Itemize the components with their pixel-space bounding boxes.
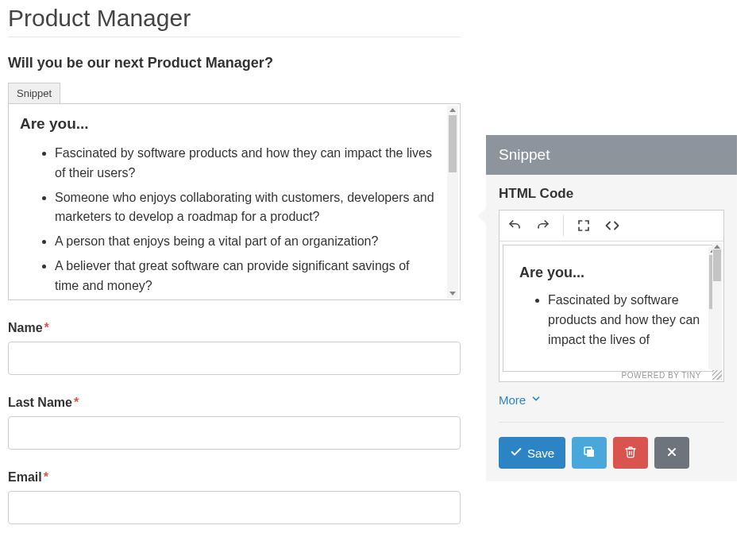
code-icon[interactable] <box>604 217 621 234</box>
more-toggle[interactable]: More <box>499 393 542 407</box>
check-icon <box>510 446 523 461</box>
save-button[interactable]: Save <box>499 437 565 469</box>
editor-content-area[interactable]: Are you... Fascinated by software produc… <box>503 245 720 372</box>
fullscreen-icon[interactable] <box>575 217 592 234</box>
panel-section-label: HTML Code <box>499 186 724 202</box>
snippet-heading: Are you... <box>20 115 436 133</box>
snippet-bullet: A person that enjoys being a vital part … <box>55 232 436 252</box>
last-name-input[interactable] <box>8 416 461 450</box>
editor-bullet: Fascinated by software products and how … <box>548 291 705 350</box>
delete-button[interactable] <box>613 437 648 469</box>
redo-icon[interactable] <box>534 217 552 234</box>
editor-heading: Are you... <box>519 265 705 281</box>
close-icon <box>665 444 678 462</box>
scrollbar[interactable] <box>712 243 722 380</box>
undo-icon[interactable] <box>506 217 523 234</box>
panel-arrow-icon <box>478 208 486 224</box>
email-label: Email* <box>8 470 461 485</box>
panel-title: Snippet <box>486 135 737 175</box>
email-input[interactable] <box>8 491 461 524</box>
page-title: Product Manager <box>8 5 461 37</box>
copy-button[interactable] <box>572 437 607 469</box>
name-input[interactable] <box>8 342 461 375</box>
snippet-bullet: Fascinated by software products and how … <box>55 144 436 184</box>
name-label: Name* <box>8 321 461 335</box>
html-editor: Are you... Fascinated by software produc… <box>499 210 724 382</box>
svg-rect-0 <box>587 450 594 457</box>
snippet-bullet: Someone who enjoys collaborating with cu… <box>55 188 436 228</box>
snippet-bullet: A believer that great software can provi… <box>55 257 436 296</box>
last-name-label: Last Name* <box>8 396 461 410</box>
snippet-panel: Snippet HTML Code <box>486 135 737 481</box>
powered-by-tiny: POWERED BY TINY <box>622 371 701 380</box>
chevron-down-icon <box>530 393 542 407</box>
close-button[interactable] <box>654 437 689 469</box>
resize-handle-icon[interactable] <box>712 370 722 380</box>
trash-icon <box>624 445 637 462</box>
question-heading: Will you be our next Product Manager? <box>8 55 461 71</box>
copy-icon <box>582 445 596 462</box>
divider <box>499 422 724 423</box>
scrollbar[interactable] <box>447 106 458 298</box>
tab-snippet[interactable]: Snippet <box>8 83 60 103</box>
snippet-preview: Are you... Fascinated by software produc… <box>8 103 461 300</box>
